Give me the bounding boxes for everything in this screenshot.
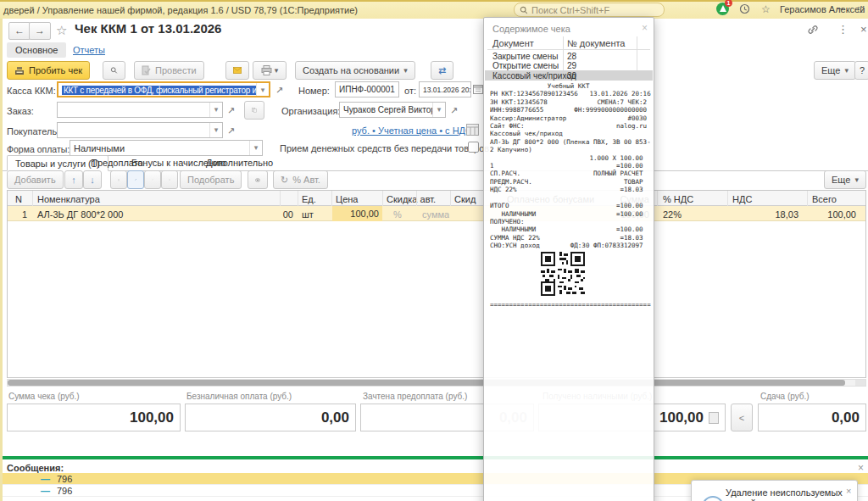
favorites-star-icon[interactable]: ☆ bbox=[761, 3, 771, 16]
help-button[interactable]: ? bbox=[854, 61, 868, 80]
col-manual-discount[interactable]: Скид bbox=[451, 192, 483, 207]
favorite-star-icon[interactable]: ☆ bbox=[56, 23, 67, 38]
item-unit[interactable]: шт bbox=[298, 207, 331, 222]
popup-row-open-shift[interactable]: Открытие смены 29 bbox=[484, 61, 654, 70]
get-link-icon[interactable] bbox=[807, 24, 819, 36]
item-discount-sum[interactable]: сумма bbox=[419, 207, 449, 222]
more-commands-button[interactable]: Еще ▾ bbox=[814, 61, 856, 80]
nav-tab-reports[interactable]: Отчеты bbox=[73, 45, 105, 55]
col-n[interactable]: N bbox=[12, 192, 34, 207]
more-items-label: Еще bbox=[832, 175, 850, 185]
cash-open-button[interactable] bbox=[709, 412, 719, 424]
more-menu-icon[interactable]: ⋮ bbox=[837, 23, 849, 36]
sync-arrows-icon: ⇄ bbox=[438, 65, 446, 76]
check-sum-label: Сумма чека (руб.) bbox=[8, 392, 80, 401]
popup-close-icon[interactable]: × bbox=[642, 22, 648, 34]
item-discount-pct[interactable]: % bbox=[390, 207, 415, 222]
kassa-open-icon[interactable]: ↗ bbox=[275, 85, 283, 96]
more-items-button[interactable]: Еще ▾ bbox=[824, 170, 866, 189]
view-item-button[interactable] bbox=[248, 170, 268, 189]
horizontal-scrollbar[interactable] bbox=[7, 379, 866, 387]
payment-form-dropdown-icon[interactable]: ▾ bbox=[249, 141, 262, 155]
scales-button[interactable] bbox=[144, 170, 161, 189]
col-price[interactable]: Цена bbox=[332, 192, 381, 207]
item-vat-pct[interactable]: 22% bbox=[659, 207, 726, 222]
keyboard-input-button[interactable] bbox=[110, 170, 127, 189]
col-vat-pct[interactable]: % НДС bbox=[659, 192, 726, 207]
popup-row-cash-receipt[interactable]: Кассовый чек/приход 30 bbox=[485, 70, 653, 81]
popup-row-close-shift[interactable]: Закрытие смены 28 bbox=[484, 52, 654, 60]
payment-form-field[interactable]: Наличными ▾ bbox=[70, 140, 263, 156]
history-icon[interactable] bbox=[739, 3, 750, 14]
back-button[interactable]: ← bbox=[8, 22, 31, 40]
create-based-on-button[interactable]: Создать на основании ▾ bbox=[295, 61, 415, 80]
receipt-contents-popup[interactable]: Содержимое чека × Документ № документа З… bbox=[483, 17, 654, 501]
post-button[interactable]: Провести bbox=[134, 61, 204, 80]
cashless-field[interactable]: 0,00 bbox=[185, 404, 356, 431]
change-value: 0,00 bbox=[832, 409, 860, 426]
kassa-dropdown-icon[interactable]: ▾ bbox=[256, 83, 269, 96]
org-dropdown-icon[interactable]: ▾ bbox=[432, 103, 445, 117]
org-field[interactable]: Чураков Сергей Викторович ИП ▾ bbox=[339, 102, 446, 118]
item-price[interactable]: 100,00 bbox=[332, 206, 382, 221]
minimize-icon[interactable]: – bbox=[837, 2, 843, 15]
notifications-icon[interactable]: 1 bbox=[716, 3, 729, 15]
item-n[interactable]: 1 bbox=[8, 207, 31, 222]
nav-tab-main[interactable]: Основное bbox=[7, 42, 66, 58]
item-qty[interactable]: 00 bbox=[273, 207, 297, 222]
punch-receipt-button[interactable]: Пробить чек bbox=[7, 61, 90, 80]
number-field[interactable]: ИПНФ-000001 bbox=[335, 81, 399, 97]
col-unit[interactable]: Ед. bbox=[298, 192, 331, 207]
recalc-auto-discount-button[interactable]: ↻ % Авт. bbox=[273, 170, 328, 189]
pick-items-button[interactable]: Подобрать bbox=[180, 170, 242, 189]
item-total[interactable]: 100,00 bbox=[805, 207, 860, 222]
send-email-button[interactable] bbox=[225, 61, 249, 80]
date-field[interactable]: 13.01.2026 20:16:23 bbox=[419, 81, 471, 97]
fill-from-order-button[interactable] bbox=[244, 101, 264, 120]
col-vat[interactable]: НДС bbox=[729, 192, 804, 207]
move-up-button[interactable]: ↑ bbox=[64, 170, 83, 189]
stamp-button[interactable] bbox=[161, 170, 178, 189]
popup-col-document[interactable]: Документ bbox=[492, 38, 534, 48]
toast-close-icon[interactable]: × bbox=[846, 486, 851, 496]
message-text-1: 796 bbox=[57, 474, 72, 484]
print-button[interactable]: ▾ bbox=[253, 61, 287, 80]
item-tabs-strip: Товары и услуги (1) Предоплата Бонусы к … bbox=[3, 155, 868, 171]
scrollbar-arrow-button[interactable] bbox=[855, 380, 865, 386]
close-form-icon[interactable]: × bbox=[860, 23, 867, 36]
no-goods-transfer-checkbox[interactable] bbox=[468, 142, 479, 153]
current-user[interactable]: Герасимов Алексей Валерьевич bbox=[780, 4, 868, 14]
col-nomenclature[interactable]: Номенклатура bbox=[34, 192, 271, 207]
item-nomenclature[interactable]: АЛ-3Ь ДГ 800*2 000 bbox=[34, 207, 271, 222]
print-dropdown-icon: ▾ bbox=[275, 66, 279, 75]
restore-icon[interactable]: □ bbox=[858, 3, 864, 16]
copy-sum-button[interactable]: < bbox=[731, 404, 753, 431]
item-vat[interactable]: 18,03 bbox=[729, 207, 802, 222]
move-down-button[interactable]: ↓ bbox=[83, 170, 102, 189]
order-field[interactable]: ▾ bbox=[57, 102, 223, 118]
kassa-field[interactable]: ККТ с передачей в ОФД, фискальный регист… bbox=[57, 81, 270, 97]
customer-field[interactable]: ▾ bbox=[57, 122, 223, 138]
price-settings-icon[interactable] bbox=[466, 124, 479, 136]
customer-dropdown-icon[interactable]: ▾ bbox=[209, 123, 222, 137]
barcode-scanner-button[interactable] bbox=[127, 170, 144, 189]
add-row-button[interactable]: Добавить bbox=[7, 170, 64, 189]
global-search-input[interactable]: Поиск Ctrl+Shift+F bbox=[514, 3, 665, 17]
edo-sync-button[interactable]: ⇄ bbox=[431, 61, 453, 80]
col-total[interactable]: Всего bbox=[809, 192, 863, 207]
check-sum-field[interactable]: 100,00 bbox=[7, 404, 181, 431]
forward-button[interactable]: → bbox=[29, 22, 51, 40]
price-settings-link[interactable]: руб. • Учетная цена • с НДС bbox=[352, 125, 472, 136]
toast-notification[interactable]: Удаление неиспользуемых версий × bbox=[691, 480, 858, 501]
punch-options-button[interactable] bbox=[103, 61, 125, 80]
customer-open-icon[interactable]: ↗ bbox=[227, 125, 235, 136]
calendar-icon[interactable] bbox=[473, 84, 483, 94]
tab-additional[interactable]: Дополнительно bbox=[198, 155, 281, 171]
order-open-icon[interactable]: ↗ bbox=[227, 105, 235, 116]
org-open-icon[interactable]: ↗ bbox=[450, 105, 458, 116]
change-field[interactable]: 0,00 bbox=[758, 404, 866, 431]
messages-close-icon[interactable]: × bbox=[858, 462, 864, 474]
scrollbar-thumb[interactable] bbox=[8, 380, 845, 386]
popup-col-number[interactable]: № документа bbox=[567, 38, 626, 48]
order-dropdown-icon[interactable]: ▾ bbox=[209, 103, 222, 117]
